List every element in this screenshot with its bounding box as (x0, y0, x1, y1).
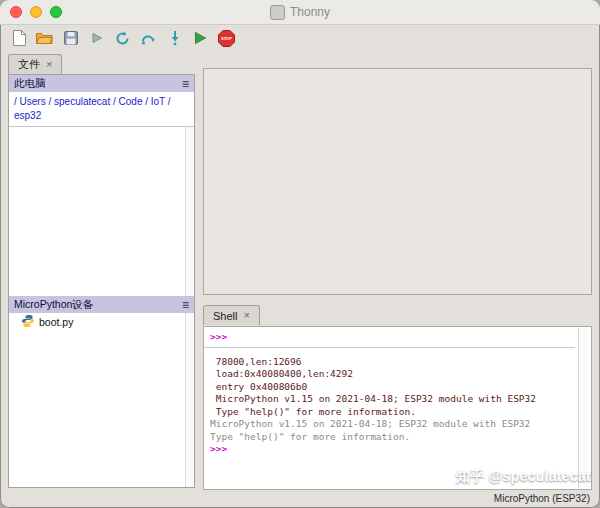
path-segment[interactable]: IoT (151, 96, 165, 107)
path-segment[interactable]: esp32 (14, 110, 41, 121)
statusbar: MicroPython (ESP32) (0, 489, 600, 508)
shell-output-line: 78000,len:12696 (210, 356, 575, 369)
local-file-list[interactable] (9, 127, 194, 296)
stop-icon[interactable]: STOP (217, 29, 236, 48)
tab-shell[interactable]: Shell × (203, 305, 260, 325)
shell-output-line: Type "help()" for more information. (210, 406, 575, 419)
save-file-icon[interactable] (61, 29, 80, 48)
path-separator: / (113, 96, 116, 107)
path-separator: / (145, 96, 148, 107)
path-segment[interactable]: speculatecat (54, 96, 110, 107)
window-title: Thonny (290, 5, 330, 19)
path-breadcrumb: / Users / speculatecat / Code / IoT / es… (9, 92, 194, 127)
thonny-app-icon (270, 5, 285, 20)
svg-text:STOP: STOP (221, 36, 232, 41)
shell-output[interactable]: >>> 78000,len:12696 load:0x40080400,len:… (203, 326, 592, 490)
thonny-window: Thonny STOP 文件 × 此电脑 ≡ / Users / specula… (0, 0, 600, 508)
device-file-row[interactable]: boot.py (9, 313, 194, 331)
scrollbar[interactable] (185, 127, 194, 296)
shell-tabrow: Shell × (203, 305, 260, 326)
menu-icon[interactable]: ≡ (182, 298, 189, 312)
shell-output-line: Type "help()" for more information. (210, 431, 575, 444)
debug-script-icon[interactable] (113, 29, 132, 48)
editor-area (203, 68, 592, 295)
shell-block-separator (204, 347, 575, 348)
scrollbar[interactable] (578, 328, 590, 488)
resume-icon[interactable] (191, 29, 210, 48)
local-files-title: 此电脑 (14, 77, 46, 91)
local-files-header: 此电脑 ≡ (9, 75, 194, 92)
shell-output-line: MicroPython v1.15 on 2021-04-18; ESP32 m… (210, 418, 575, 431)
tab-close-icon[interactable]: × (243, 310, 249, 321)
close-button[interactable] (10, 6, 22, 18)
path-separator: / (14, 96, 17, 107)
titlebar: Thonny (0, 0, 600, 25)
shell-output-line: entry 0x400806b0 (210, 381, 575, 394)
device-files-title: MicroPython设备 (14, 298, 93, 312)
scrollbar[interactable] (185, 313, 194, 487)
shell-prompt: >>> (210, 443, 575, 456)
run-script-icon[interactable] (87, 29, 106, 48)
tab-close-icon[interactable]: × (46, 59, 52, 70)
open-file-icon[interactable] (35, 29, 54, 48)
shell-lines: >>> 78000,len:12696 load:0x40080400,len:… (210, 331, 575, 456)
step-into-icon[interactable] (165, 29, 184, 48)
titlebar-center: Thonny (0, 0, 600, 24)
minimize-button[interactable] (30, 6, 42, 18)
tab-files[interactable]: 文件 × (8, 54, 62, 74)
path-segment[interactable]: Users (20, 96, 46, 107)
shell-prompt: >>> (210, 331, 575, 344)
tab-files-label: 文件 (18, 57, 40, 72)
shell-output-line: MicroPython v1.15 on 2021-04-18; ESP32 m… (210, 393, 575, 406)
path-separator: / (168, 96, 171, 107)
python-file-icon (22, 315, 34, 329)
tab-shell-label: Shell (213, 310, 237, 322)
step-over-icon[interactable] (139, 29, 158, 48)
backend-status[interactable]: MicroPython (ESP32) (494, 493, 590, 504)
shell-output-line: load:0x40080400,len:4292 (210, 368, 575, 381)
device-file-list[interactable]: boot.py (9, 313, 194, 487)
file-name: boot.py (39, 316, 73, 328)
traffic-lights (10, 6, 62, 18)
path-separator: / (48, 96, 51, 107)
files-tabrow: 文件 × (8, 54, 62, 74)
menu-icon[interactable]: ≡ (182, 77, 189, 91)
new-file-icon[interactable] (9, 29, 28, 48)
device-files-header: MicroPython设备 ≡ (9, 296, 194, 313)
zoom-button[interactable] (50, 6, 62, 18)
files-panel: 此电脑 ≡ / Users / speculatecat / Code / Io… (8, 74, 195, 488)
toolbar: STOP (0, 25, 600, 51)
path-segment[interactable]: Code (119, 96, 143, 107)
